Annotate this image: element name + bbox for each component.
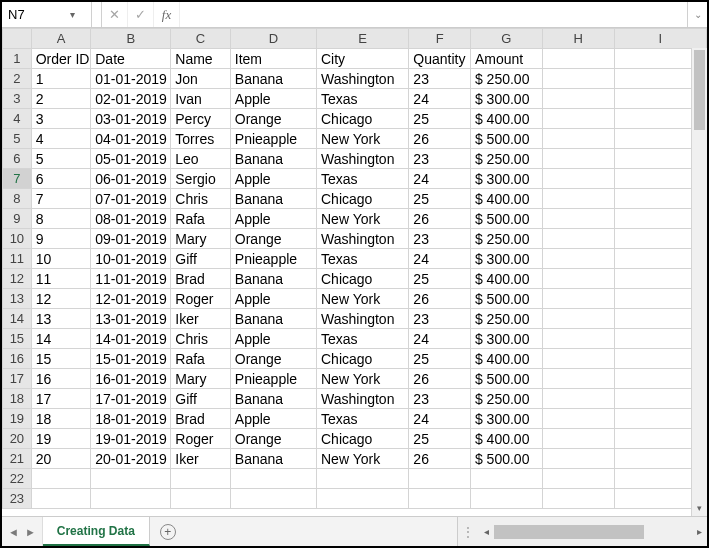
cell[interactable] bbox=[542, 169, 614, 189]
cell[interactable]: $ 250.00 bbox=[470, 389, 542, 409]
cell[interactable]: Iker bbox=[171, 449, 231, 469]
row-header[interactable]: 2 bbox=[3, 69, 32, 89]
cell[interactable]: $ 250.00 bbox=[470, 69, 542, 89]
cell[interactable] bbox=[470, 469, 542, 489]
row-header[interactable]: 19 bbox=[3, 409, 32, 429]
cell[interactable]: Banana bbox=[230, 69, 316, 89]
cell[interactable]: 18 bbox=[31, 409, 91, 429]
cell[interactable] bbox=[317, 469, 409, 489]
cell[interactable]: Date bbox=[91, 49, 171, 69]
column-header-C[interactable]: C bbox=[171, 29, 231, 49]
cell[interactable]: 26 bbox=[409, 209, 471, 229]
cell[interactable]: Roger bbox=[171, 429, 231, 449]
cell[interactable]: New York bbox=[317, 289, 409, 309]
cell[interactable]: 25 bbox=[409, 349, 471, 369]
row-header[interactable]: 4 bbox=[3, 109, 32, 129]
cell[interactable]: Banana bbox=[230, 389, 316, 409]
cell[interactable]: 24 bbox=[409, 89, 471, 109]
cell[interactable] bbox=[542, 389, 614, 409]
column-header-F[interactable]: F bbox=[409, 29, 471, 49]
cell[interactable]: Pnieapple bbox=[230, 129, 316, 149]
expand-formula-bar-icon[interactable]: ⌄ bbox=[687, 2, 707, 27]
cell[interactable] bbox=[542, 449, 614, 469]
cell[interactable] bbox=[317, 489, 409, 509]
cell[interactable]: 03-01-2019 bbox=[91, 109, 171, 129]
cell[interactable] bbox=[91, 489, 171, 509]
cell[interactable]: 17-01-2019 bbox=[91, 389, 171, 409]
cell[interactable] bbox=[542, 249, 614, 269]
row-header[interactable]: 22 bbox=[3, 469, 32, 489]
cell[interactable]: Texas bbox=[317, 329, 409, 349]
cell[interactable]: Giff bbox=[171, 389, 231, 409]
cell[interactable]: Name bbox=[171, 49, 231, 69]
cell[interactable] bbox=[542, 429, 614, 449]
cell[interactable]: Washington bbox=[317, 309, 409, 329]
cell[interactable]: 15 bbox=[31, 349, 91, 369]
cell[interactable] bbox=[542, 369, 614, 389]
cell[interactable]: 26 bbox=[409, 369, 471, 389]
cell[interactable]: Rafa bbox=[171, 209, 231, 229]
cell[interactable] bbox=[230, 489, 316, 509]
name-box-dropdown-icon[interactable]: ▾ bbox=[66, 9, 79, 20]
cell[interactable]: Texas bbox=[317, 89, 409, 109]
row-header[interactable]: 5 bbox=[3, 129, 32, 149]
cancel-icon[interactable]: ✕ bbox=[102, 2, 128, 27]
cell[interactable]: Washington bbox=[317, 69, 409, 89]
row-header[interactable]: 20 bbox=[3, 429, 32, 449]
cell[interactable]: Apple bbox=[230, 209, 316, 229]
cell[interactable]: 23 bbox=[409, 389, 471, 409]
cell[interactable] bbox=[542, 349, 614, 369]
cell[interactable]: Orange bbox=[230, 429, 316, 449]
cell[interactable]: Chicago bbox=[317, 189, 409, 209]
cell[interactable]: 16 bbox=[31, 369, 91, 389]
cell[interactable]: $ 500.00 bbox=[470, 289, 542, 309]
name-box-wrap[interactable]: ▾ bbox=[2, 2, 92, 27]
cell[interactable]: Texas bbox=[317, 409, 409, 429]
cell[interactable] bbox=[31, 489, 91, 509]
row-header[interactable]: 7 bbox=[3, 169, 32, 189]
cell[interactable]: 20-01-2019 bbox=[91, 449, 171, 469]
cell[interactable]: 05-01-2019 bbox=[91, 149, 171, 169]
column-header-D[interactable]: D bbox=[230, 29, 316, 49]
cell[interactable]: Quantity bbox=[409, 49, 471, 69]
row-header[interactable]: 6 bbox=[3, 149, 32, 169]
cell[interactable] bbox=[542, 209, 614, 229]
cell[interactable] bbox=[542, 109, 614, 129]
cell[interactable]: 23 bbox=[409, 229, 471, 249]
cell[interactable]: $ 400.00 bbox=[470, 109, 542, 129]
cell[interactable]: 14 bbox=[31, 329, 91, 349]
cell[interactable]: Torres bbox=[171, 129, 231, 149]
cell[interactable]: 24 bbox=[409, 169, 471, 189]
cell[interactable]: Iker bbox=[171, 309, 231, 329]
cell[interactable] bbox=[542, 489, 614, 509]
formula-input[interactable] bbox=[180, 2, 687, 27]
cell[interactable]: Brad bbox=[171, 409, 231, 429]
cell[interactable]: 4 bbox=[31, 129, 91, 149]
cell[interactable] bbox=[91, 469, 171, 489]
cell[interactable] bbox=[542, 149, 614, 169]
cell[interactable]: Apple bbox=[230, 329, 316, 349]
cell[interactable]: 24 bbox=[409, 329, 471, 349]
cell[interactable]: 19 bbox=[31, 429, 91, 449]
cell[interactable]: Apple bbox=[230, 169, 316, 189]
cell[interactable] bbox=[542, 49, 614, 69]
cell[interactable] bbox=[542, 329, 614, 349]
cell[interactable] bbox=[542, 309, 614, 329]
cell[interactable]: Item bbox=[230, 49, 316, 69]
row-header[interactable]: 18 bbox=[3, 389, 32, 409]
row-header[interactable]: 21 bbox=[3, 449, 32, 469]
cell[interactable]: Amount bbox=[470, 49, 542, 69]
cell[interactable]: 2 bbox=[31, 89, 91, 109]
row-header[interactable]: 16 bbox=[3, 349, 32, 369]
cell[interactable]: Apple bbox=[230, 289, 316, 309]
vertical-scrollbar[interactable]: ▾ bbox=[691, 48, 707, 516]
cell[interactable]: 24 bbox=[409, 409, 471, 429]
cell[interactable]: $ 250.00 bbox=[470, 229, 542, 249]
scroll-left-icon[interactable]: ◂ bbox=[478, 526, 494, 537]
tab-nav-prev-icon[interactable]: ◄ bbox=[8, 526, 19, 538]
cell[interactable]: Apple bbox=[230, 409, 316, 429]
cell[interactable]: Order ID bbox=[31, 49, 91, 69]
row-header[interactable]: 17 bbox=[3, 369, 32, 389]
spreadsheet-grid[interactable]: ABCDEFGHI 1Order IDDateNameItemCityQuant… bbox=[2, 28, 707, 509]
cell[interactable]: 13 bbox=[31, 309, 91, 329]
